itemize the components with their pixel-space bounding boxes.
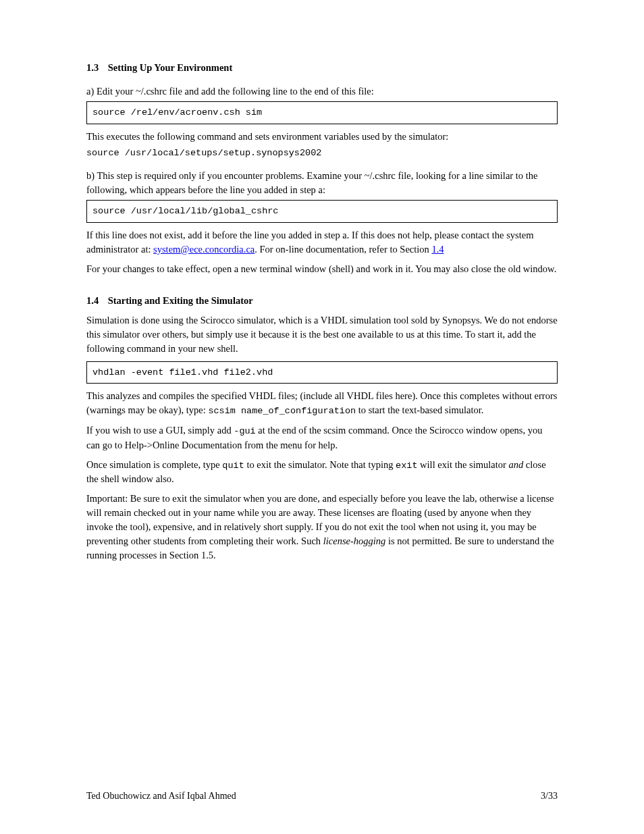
page-footer: Ted Obuchowicz and Asif Iqbal Ahmed 3/33 bbox=[86, 789, 558, 803]
step-b-text: b) This step is required only if you enc… bbox=[86, 169, 558, 197]
inline-code-3: -gui bbox=[234, 426, 255, 436]
inline-code-5: exit bbox=[396, 461, 417, 471]
post-code1-text: This executes the following command and … bbox=[86, 130, 558, 144]
para-1-4-1b: to start the text-based simulator. bbox=[356, 405, 483, 415]
code-box-3: vhdlan -event file1.vhd file2.vhd bbox=[86, 361, 558, 384]
doc-section-link[interactable]: 1.4 bbox=[431, 244, 444, 255]
section-1-4-number: 1.4 bbox=[86, 294, 105, 308]
code-box-2: source /usr/local/lib/global_cshrc bbox=[86, 200, 558, 223]
inline-code-1: source /usr/local/setups/setup.synopsys2… bbox=[86, 148, 321, 158]
section-1-4-title: Starting and Exiting the Simulator bbox=[108, 295, 253, 306]
para-1-4-4: Important: Be sure to exit the simulator… bbox=[86, 492, 558, 563]
section-1-3-number: 1.3 bbox=[86, 61, 105, 75]
para-1-4-3c: will exit the simulator bbox=[417, 459, 508, 470]
step-b-body: This step is required only if you encoun… bbox=[86, 170, 537, 195]
step-a: a) Edit your ~/.cshrc file and add the f… bbox=[86, 84, 558, 159]
section-1-4-heading: 1.4 Starting and Exiting the Simulator bbox=[86, 294, 558, 308]
step-b: b) This step is required only if you enc… bbox=[86, 169, 558, 276]
para-1-4-3: Once simulation is complete, type quit t… bbox=[86, 458, 558, 487]
para-1-4-3a: Once simulation is complete, type bbox=[86, 459, 222, 470]
step-a-text: a) Edit your ~/.cshrc file and add the f… bbox=[86, 84, 558, 99]
inline-code-4: quit bbox=[222, 461, 244, 471]
para-1-4-3b: to exit the simulator. Note that typing bbox=[244, 459, 396, 470]
contact-email-link[interactable]: system@ece.concordia.ca bbox=[153, 244, 254, 255]
code-box-1: source /rel/env/acroenv.csh sim bbox=[86, 101, 558, 124]
footer-page-number: 3/33 bbox=[541, 789, 558, 803]
section-1-3-heading: 1.3 Setting Up Your Environment bbox=[86, 61, 558, 75]
italic-license-hogging: license-hogging bbox=[323, 536, 386, 546]
footer-authors: Ted Obuchowicz and Asif Iqbal Ahmed bbox=[86, 791, 236, 801]
italic-and: and bbox=[508, 459, 523, 470]
para-1-4-1: This analyzes and compiles the specified… bbox=[86, 389, 558, 418]
outro-1-3: For your changes to take effect, open a … bbox=[86, 262, 558, 276]
step-a-body: Edit your ~/.cshrc file and add the foll… bbox=[97, 86, 374, 97]
para-1-4-2a: If you wish to use a GUI, simply add bbox=[86, 425, 234, 436]
section-1-4-intro: Simulation is done using the Scirocco si… bbox=[86, 313, 558, 356]
step-a-label: a) bbox=[86, 86, 94, 97]
step-b-label: b) bbox=[86, 170, 95, 181]
important-label: Important: bbox=[86, 493, 128, 504]
post-code2-text: If this line does not exist, add it befo… bbox=[86, 228, 558, 257]
post-contact-trailer: . For on-line documentation, refer to Se… bbox=[254, 244, 429, 255]
inline-code-2: scsim name_of_configuration bbox=[208, 406, 356, 416]
para-1-4-2: If you wish to use a GUI, simply add -gu… bbox=[86, 423, 558, 452]
section-1-3-title: Setting Up Your Environment bbox=[108, 62, 233, 73]
